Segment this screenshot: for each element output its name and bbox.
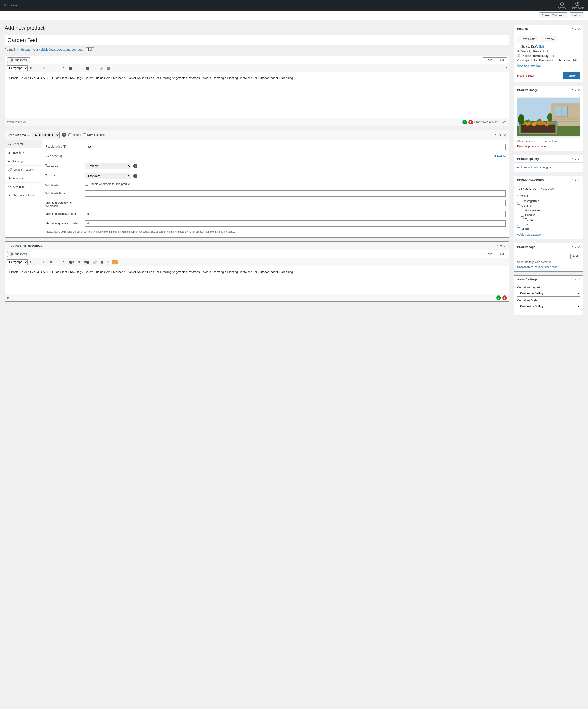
virtual-checkbox[interactable] <box>69 133 71 136</box>
publish-button[interactable]: Publish <box>563 72 580 79</box>
align-left-button[interactable]: ⬤≡ <box>68 65 76 71</box>
sd-align-right-button[interactable]: ≡⬤ <box>83 259 91 265</box>
nav-item-shipping[interactable]: ■ Shipping <box>5 157 42 165</box>
wholesale-checkbox[interactable] <box>85 183 88 186</box>
permalink-edit-button[interactable]: Edit <box>86 47 95 52</box>
astra-settings-header[interactable]: Astra Settings ∧ ∨ ⤢ <box>514 275 583 283</box>
copy-draft-link[interactable]: Copy to a new draft <box>517 64 580 67</box>
tax-status-select[interactable]: Taxable Shipping only None <box>85 163 131 169</box>
cat-checkbox-music[interactable] <box>517 228 520 231</box>
sd-ul-button[interactable]: ≡ <box>48 259 54 265</box>
choose-tags-link[interactable]: Choose from the most used tags <box>517 265 557 269</box>
align-right-button[interactable]: ≡⬤ <box>83 65 91 71</box>
short-desc-expand[interactable]: ⤢ <box>504 243 506 248</box>
schedule-link[interactable]: Schedule <box>494 155 506 158</box>
strikethrough-button[interactable]: S <box>42 65 47 71</box>
finish-setup-button[interactable]: Finish setup <box>571 1 584 9</box>
tax-class-help-icon[interactable]: ? <box>133 174 137 178</box>
sd-link-button[interactable]: 🔗 <box>92 259 98 265</box>
italic-button[interactable]: I <box>35 65 41 71</box>
add-gallery-images-link[interactable]: Add product gallery images <box>517 165 551 169</box>
nav-item-get-more[interactable]: ✦ Get more options <box>5 191 42 200</box>
short-desc-collapse-up[interactable]: ∧ <box>496 243 499 248</box>
cat-checkbox-clothing[interactable] <box>517 204 520 207</box>
short-desc-text-tab[interactable]: Text <box>496 251 507 257</box>
wholesale-price-input[interactable] <box>85 190 506 196</box>
move-to-trash-link[interactable]: Move to Trash <box>517 74 535 77</box>
sd-strikethrough-button[interactable]: S <box>42 259 47 265</box>
most-used-tab[interactable]: Most Used <box>538 186 556 192</box>
short-desc-visual-tab[interactable]: Visual <box>483 251 496 257</box>
nav-item-general[interactable]: ⚙ General <box>5 140 42 149</box>
short-desc-format-select[interactable]: Paragraph <box>7 259 28 265</box>
short-desc-content[interactable]: 1 Pack, Garden Bed, 484.53 L 8 Grids Pla… <box>5 266 509 294</box>
product-image-header[interactable]: Product image ∧ ∨ ⤢ <box>514 86 583 94</box>
downloadable-checkbox[interactable] <box>83 133 86 136</box>
sd-table-button[interactable]: ▦ <box>99 259 105 265</box>
publish-when-edit[interactable]: Edit <box>550 54 555 57</box>
regular-price-input[interactable] <box>85 143 506 150</box>
nav-item-advanced[interactable]: ⚙ Advanced <box>5 183 42 191</box>
cat-checkbox-decor[interactable] <box>517 223 520 226</box>
max-qty-order-input[interactable] <box>85 220 506 227</box>
remove-product-image-link[interactable]: Remove product image <box>517 145 546 148</box>
container-layout-select[interactable]: Customizer Setting Full Width Contained <box>517 290 580 296</box>
product-type-select[interactable]: Simple product <box>32 132 60 138</box>
product-image-preview[interactable] <box>517 97 580 138</box>
blockquote-button[interactable]: " <box>61 65 66 71</box>
nav-item-inventory[interactable]: ◆ Inventory <box>5 149 42 157</box>
product-categories-header[interactable]: Product categories ∧ ∨ ⤢ <box>514 176 583 183</box>
tax-class-select[interactable]: Standard Reduced rate Zero rate <box>85 173 131 179</box>
publish-status-edit[interactable]: Edit <box>539 45 544 48</box>
screen-options-button[interactable]: Screen Options ▾ <box>539 12 567 18</box>
cat-checkbox-accessories[interactable] <box>521 209 524 212</box>
cat-checkbox-uncategorized[interactable] <box>517 200 520 203</box>
product-data-collapse-down[interactable]: ∨ <box>499 133 502 137</box>
tags-input[interactable] <box>517 254 569 259</box>
cat-checkbox-hoodies[interactable] <box>521 214 524 217</box>
sd-align-center-button[interactable]: ≡ <box>76 259 82 265</box>
all-categories-tab[interactable]: All categories <box>517 186 538 192</box>
add-media-button[interactable]: Add Media <box>7 57 30 63</box>
product-data-collapse-up[interactable]: ∧ <box>494 133 497 137</box>
cat-checkbox-tshirts[interactable] <box>521 218 524 221</box>
nav-item-attributes[interactable]: ⚙ Attributes <box>5 174 42 183</box>
table-button[interactable]: ▦ <box>106 65 111 71</box>
link-button[interactable]: 🔗 <box>98 65 105 71</box>
sale-price-input[interactable] <box>85 153 492 159</box>
tax-status-help-icon[interactable]: ? <box>133 164 137 168</box>
sd-align-left-button[interactable]: ⬤≡ <box>68 259 76 265</box>
short-desc-collapse-down[interactable]: ∨ <box>500 243 503 248</box>
product-type-help-icon[interactable]: ? <box>62 133 66 137</box>
editor-content[interactable]: 1 Pack, Garden Bed, 484.53 L 8 Grids Pla… <box>5 72 509 118</box>
nav-item-linked-products[interactable]: 🔗 Linked Products <box>5 165 42 174</box>
sd-blockquote-button[interactable]: " <box>61 259 66 265</box>
align-center-button[interactable]: ≡ <box>76 65 82 71</box>
min-qty-wholesale-input[interactable] <box>85 200 506 206</box>
save-draft-button[interactable]: Save Draft <box>517 35 538 42</box>
add-new-category-link[interactable]: + Add new category <box>517 233 580 236</box>
sd-italic-button[interactable]: I <box>35 259 41 265</box>
catalog-edit[interactable]: Edit <box>572 59 577 62</box>
more-button[interactable]: ⋯ <box>112 65 118 71</box>
format-select[interactable]: Paragraph <box>7 65 28 71</box>
permalink-url[interactable]: http://get-your-vehicle.local/product/ga… <box>20 48 83 51</box>
text-tab[interactable]: Text <box>496 57 507 63</box>
container-style-select[interactable]: Customizer Setting Unboxed Boxed <box>517 303 580 310</box>
preview-button[interactable]: Preview <box>540 35 558 42</box>
activity-button[interactable]: Activity <box>558 1 566 9</box>
short-desc-add-media-button[interactable]: Add Media <box>7 251 30 257</box>
publish-box-header[interactable]: Publish ∧ ∨ ⤢ <box>514 25 583 33</box>
sd-color-button[interactable] <box>112 260 117 264</box>
sd-bold-button[interactable]: B <box>29 259 34 265</box>
expand-editor-button[interactable]: ⤢ <box>505 66 507 70</box>
product-gallery-header[interactable]: Product gallery ∧ ∨ ⤢ <box>514 155 583 163</box>
product-tags-header[interactable]: Product tags ∧ ∨ ⤢ <box>514 243 583 251</box>
sd-clear-button[interactable]: ✕ <box>106 259 111 265</box>
ordered-list-button[interactable]: ☰ <box>54 65 60 71</box>
align-justify-button[interactable]: ☰ <box>92 65 97 71</box>
bold-button[interactable]: B <box>29 65 34 71</box>
sd-ol-button[interactable]: ☰ <box>54 259 60 265</box>
product-data-expand[interactable]: ⤢ <box>504 133 506 137</box>
unordered-list-button[interactable]: ≡ <box>48 65 54 71</box>
